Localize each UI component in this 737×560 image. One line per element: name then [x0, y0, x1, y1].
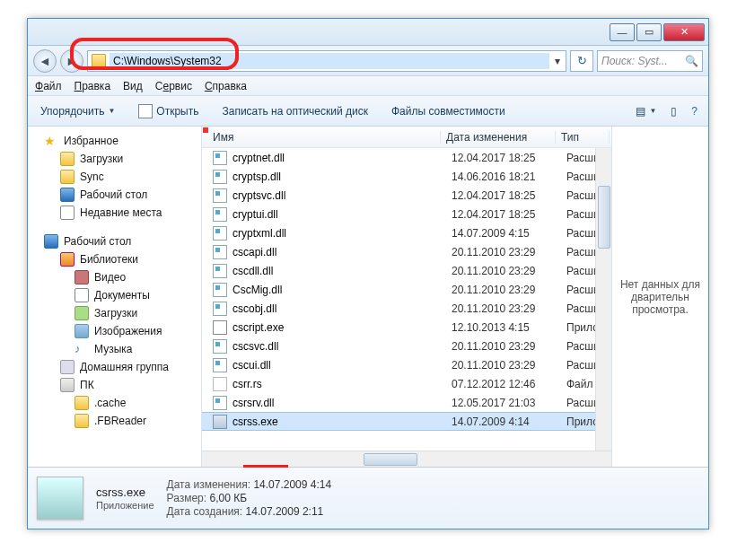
file-row[interactable]: csrr.rs07.12.2012 12:46Файл "	[202, 374, 611, 393]
col-type[interactable]: Тип	[556, 131, 610, 144]
vertical-scrollbar[interactable]	[595, 148, 611, 451]
help-button[interactable]: ?	[688, 103, 701, 119]
nav-pane[interactable]: ★Избранное Загрузки Sync Рабочий стол Не…	[28, 127, 202, 467]
nav-desktop-fav[interactable]: Рабочий стол	[28, 186, 201, 204]
file-name: cryptnet.dll	[233, 152, 452, 164]
folder-icon	[60, 170, 75, 184]
file-row[interactable]: CscMig.dll20.11.2010 23:29Расши	[202, 280, 611, 299]
file-row[interactable]: csrss.exe14.07.2009 4:14Прило	[202, 412, 611, 431]
address-field[interactable]: ▾	[87, 50, 566, 72]
menu-tools[interactable]: Сервис	[155, 80, 192, 92]
file-name: CscMig.dll	[233, 284, 452, 296]
nav-pc[interactable]: ПК	[28, 376, 201, 394]
details-filetype: Приложение	[96, 500, 154, 511]
file-icon	[213, 226, 227, 241]
open-button[interactable]: Открыть	[133, 101, 204, 121]
nav-images[interactable]: Изображения	[28, 322, 201, 340]
file-date: 07.12.2012 12:46	[452, 378, 566, 390]
nav-cache[interactable]: .cache	[28, 394, 201, 412]
file-row[interactable]: cscdll.dll20.11.2010 23:29Расши	[202, 261, 611, 280]
back-button[interactable]: ◄	[33, 49, 57, 73]
file-row[interactable]: cscui.dll20.11.2010 23:29Расши	[202, 355, 611, 374]
nav-music[interactable]: ♪Музыка	[28, 340, 201, 358]
file-row[interactable]: csrsrv.dll12.05.2017 21:03Расши	[202, 393, 611, 412]
toolbar: Упорядочить▼ Открыть Записать на оптичес…	[28, 96, 708, 127]
file-name: cscript.exe	[233, 321, 452, 334]
recent-icon	[60, 206, 75, 220]
file-name: cscui.dll	[233, 359, 452, 372]
titlebar[interactable]: — ▭ ✕	[28, 19, 708, 46]
file-row[interactable]: cscript.exe12.10.2013 4:15Прило	[202, 318, 611, 337]
nav-homegroup[interactable]: Домашняя группа	[28, 358, 201, 376]
scrollbar-thumb[interactable]	[364, 453, 417, 466]
file-row[interactable]: cryptxml.dll14.07.2009 4:15Расши	[202, 223, 611, 242]
nav-downloads[interactable]: Загрузки	[28, 150, 201, 168]
file-icon	[213, 264, 227, 278]
nav-desktop[interactable]: Рабочий стол	[28, 232, 201, 250]
nav-fbreader[interactable]: .FBReader	[28, 412, 201, 430]
forward-button[interactable]: ►	[60, 49, 83, 73]
nav-recent[interactable]: Недавние места	[28, 204, 201, 222]
file-name: csrsrv.dll	[233, 397, 452, 409]
file-row[interactable]: cryptsvc.dll12.04.2017 18:25Расши	[202, 186, 611, 205]
burn-button[interactable]: Записать на оптический диск	[216, 102, 373, 120]
scrollbar-thumb[interactable]	[598, 186, 610, 249]
col-date[interactable]: Дата изменения	[441, 131, 556, 144]
file-name: cryptxml.dll	[233, 227, 452, 240]
file-icon	[213, 302, 227, 316]
file-type: Прило	[566, 416, 599, 428]
organize-button[interactable]: Упорядочить▼	[35, 102, 120, 120]
menu-view[interactable]: Вид	[123, 80, 143, 92]
file-icon	[213, 377, 227, 391]
downloads-icon	[75, 306, 89, 320]
file-row[interactable]: cryptsp.dll14.06.2016 18:21Расши	[202, 167, 611, 186]
col-name[interactable]: Имя	[207, 131, 441, 144]
compat-button[interactable]: Файлы совместимости	[386, 102, 511, 120]
file-date: 12.05.2017 21:03	[452, 397, 566, 409]
file-row[interactable]: cryptui.dll12.04.2017 18:25Расши	[202, 205, 611, 223]
document-icon	[75, 288, 89, 302]
nav-libraries[interactable]: Библиотеки	[28, 250, 201, 268]
menu-help[interactable]: Справка	[205, 80, 247, 92]
preview-pane-button[interactable]: ▯	[667, 103, 680, 119]
file-row[interactable]: cscobj.dll20.11.2010 23:29Расши	[202, 299, 611, 318]
file-row[interactable]: cryptnet.dll12.04.2017 18:25Расши	[202, 148, 611, 167]
folder-icon	[60, 152, 75, 166]
file-icon	[213, 245, 227, 259]
maximize-button[interactable]: ▭	[636, 23, 662, 41]
folder-icon	[75, 414, 89, 428]
file-date: 14.06.2016 18:21	[452, 171, 566, 183]
address-dropdown[interactable]: ▾	[549, 55, 566, 67]
file-row[interactable]: cscapi.dll20.11.2010 23:29Расши	[202, 242, 611, 261]
nav-documents[interactable]: Документы	[28, 286, 201, 304]
details-created: 14.07.2009 2:11	[246, 505, 324, 518]
video-icon	[75, 270, 89, 284]
file-type: Прило	[566, 321, 599, 334]
minimize-button[interactable]: —	[610, 23, 635, 41]
file-row[interactable]: cscsvc.dll20.11.2010 23:29Расши	[202, 337, 611, 355]
view-mode-button[interactable]: ▤ ▼	[632, 103, 660, 119]
file-date: 14.07.2009 4:15	[452, 227, 566, 240]
annotation-underline	[243, 465, 288, 468]
details-pane: csrss.exe Приложение Дата изменения: 14.…	[28, 468, 708, 529]
search-box[interactable]: Поиск: Syst... 🔍	[597, 50, 703, 72]
homegroup-icon	[60, 360, 75, 374]
nav-video[interactable]: Видео	[28, 268, 201, 286]
search-placeholder: Поиск: Syst...	[601, 55, 668, 67]
file-date: 20.11.2010 23:29	[452, 340, 566, 353]
menu-file[interactable]: Файл	[35, 80, 62, 92]
file-list[interactable]: cryptnet.dll12.04.2017 18:25Расшиcryptsp…	[202, 148, 611, 451]
close-button[interactable]: ✕	[663, 23, 705, 41]
menu-edit[interactable]: Правка	[75, 80, 111, 92]
file-icon	[213, 170, 227, 184]
address-input[interactable]	[110, 53, 549, 69]
nav-downloads-lib[interactable]: Загрузки	[28, 304, 201, 322]
file-icon	[213, 320, 227, 335]
preview-pane: Нет данных для дварительн просмотра.	[611, 127, 708, 467]
nav-sync[interactable]: Sync	[28, 168, 201, 186]
nav-favorites[interactable]: ★Избранное	[28, 132, 201, 150]
file-date: 20.11.2010 23:29	[452, 246, 566, 258]
refresh-button[interactable]: ↻	[570, 50, 593, 72]
file-name: cryptui.dll	[233, 208, 452, 221]
file-name: csrss.exe	[233, 416, 452, 428]
